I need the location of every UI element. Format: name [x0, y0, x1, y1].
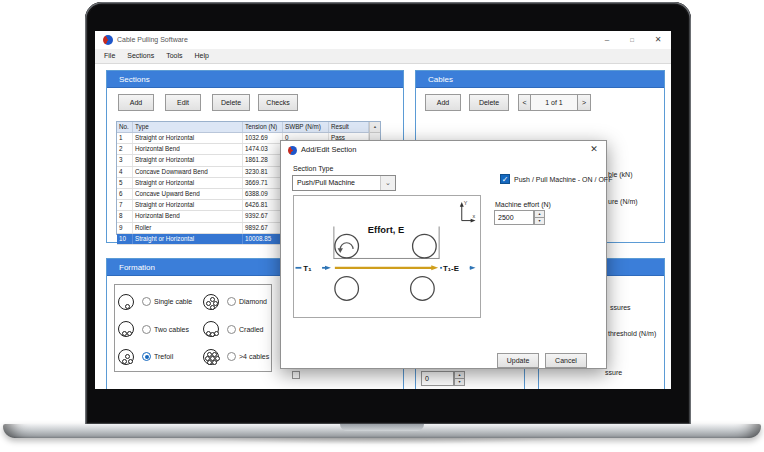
cell-type[interactable]: Straight or Horizontal	[133, 200, 243, 210]
cell-type[interactable]: Straight or Horizontal	[133, 178, 243, 188]
delete-cable-button[interactable]: Delete	[469, 94, 509, 111]
cell-tension[interactable]: 10008.85	[243, 234, 283, 244]
menu-tools[interactable]: Tools	[160, 49, 188, 63]
section-type-label: Section Type	[293, 165, 333, 172]
formation-option-label: Trefoil	[154, 353, 173, 360]
threshold-spinner-buttons[interactable]: ▴ ▾	[454, 371, 465, 386]
cell-type[interactable]: Concave Upward Bend	[133, 189, 243, 199]
cell-type[interactable]: Straight or Horizontal	[133, 155, 243, 165]
spin-up-icon[interactable]: ▴	[454, 371, 465, 379]
laptop-base	[3, 424, 761, 438]
cell-tension[interactable]: 1032.69	[243, 133, 283, 143]
maximize-button[interactable]: □	[624, 31, 640, 49]
spin-down-icon[interactable]: ▾	[534, 218, 545, 226]
formation-icon	[203, 294, 219, 310]
formation-radio-button[interactable]	[227, 352, 236, 361]
minimize-button[interactable]: –	[599, 31, 615, 49]
formation-option[interactable]: Single cable	[118, 288, 203, 315]
formation-radio-button[interactable]	[227, 297, 236, 306]
cell-type[interactable]: Straight or Horizontal	[133, 234, 243, 244]
cell-tension[interactable]: 6388.09	[243, 189, 283, 199]
edit-section-button[interactable]: Edit	[165, 94, 201, 111]
cell-no[interactable]: 7	[117, 200, 133, 210]
formation-radio-button[interactable]	[227, 325, 236, 334]
cable-dot	[125, 304, 130, 309]
cable-pager-label: 1 of 1	[530, 94, 578, 111]
section-type-dropdown[interactable]: Push/Pull Machine ⌄	[292, 175, 396, 191]
spin-down-icon[interactable]: ▾	[454, 379, 465, 387]
cell-no[interactable]: 4	[117, 167, 133, 177]
cell-no[interactable]: 1	[117, 133, 133, 143]
cell-tension[interactable]: 1861.28	[243, 155, 283, 165]
cables-panel-header: Cables	[416, 71, 664, 88]
cell-type[interactable]: Roller	[133, 223, 243, 233]
cable-next-button[interactable]: >	[577, 94, 591, 111]
cable-dot	[125, 354, 130, 359]
cable-dot	[127, 331, 132, 336]
cell-tension[interactable]: 9392.67	[243, 211, 283, 221]
cell-no[interactable]: 5	[117, 178, 133, 188]
cell-tension[interactable]: 3669.71	[243, 178, 283, 188]
formation-radio-button[interactable]	[142, 325, 151, 334]
cell-tension[interactable]: 6426.81	[243, 200, 283, 210]
threshold-spinner-input[interactable]: 0	[421, 371, 454, 386]
menu-file[interactable]: File	[98, 49, 121, 63]
t1-label: T₁	[303, 264, 311, 273]
formation-radio-button[interactable]	[142, 297, 151, 306]
formation-option[interactable]: Cradled	[203, 316, 271, 343]
update-button[interactable]: Update	[497, 353, 539, 368]
cancel-button[interactable]: Cancel	[545, 353, 587, 368]
cell-no[interactable]: 10	[117, 234, 133, 244]
cell-tension[interactable]: 9892.67	[243, 223, 283, 233]
threshold-label-fragment: threshold (N/m)	[608, 330, 656, 337]
close-button[interactable]: ✕	[650, 31, 666, 49]
sections-panel-header: Sections	[107, 71, 403, 88]
window-titlebar: Cable Pulling Software – □ ✕	[95, 31, 671, 49]
cable-dot	[122, 359, 127, 364]
spin-up-icon[interactable]: ▴	[534, 210, 545, 218]
formation-option[interactable]: Two cables	[118, 316, 203, 343]
cell-type[interactable]: Horizontal Bend	[133, 211, 243, 221]
bottom-roller-right	[411, 277, 435, 301]
cables-panel-title: Cables	[428, 75, 453, 84]
cell-no[interactable]: 8	[117, 211, 133, 221]
dialog-close-icon[interactable]: ✕	[586, 141, 602, 157]
formation-option[interactable]: >4 cables	[203, 343, 271, 370]
delete-section-button[interactable]: Delete	[212, 94, 250, 111]
push-pull-checkbox[interactable]: ✓	[500, 174, 510, 184]
window-title: Cable Pulling Software	[117, 31, 188, 49]
pressure-nm-label-fragment: ure (N/m)	[608, 198, 638, 205]
formation-option-label: Diamond	[239, 298, 267, 305]
col-tension: Tension (N)	[243, 122, 283, 132]
top-roller-right	[413, 234, 437, 258]
unchecked-checkbox-fragment[interactable]	[292, 371, 300, 379]
app-logo-icon	[103, 35, 113, 45]
add-cable-button[interactable]: Add	[425, 94, 461, 111]
push-pull-checkbox-label: Push / Pull Machine - ON / OFF	[514, 176, 612, 183]
cell-type[interactable]: Concave Downward Bend	[133, 167, 243, 177]
cell-no[interactable]: 6	[117, 189, 133, 199]
axis-x-label: x	[473, 213, 476, 219]
cable-dot	[212, 360, 217, 365]
formation-icon	[203, 349, 219, 365]
cell-no[interactable]: 9	[117, 223, 133, 233]
formation-option-label: Two cables	[154, 326, 189, 333]
machine-effort-spinner-buttons[interactable]: ▴ ▾	[534, 210, 545, 225]
add-section-button[interactable]: Add	[118, 94, 154, 111]
menu-help[interactable]: Help	[188, 49, 214, 63]
menu-sections[interactable]: Sections	[121, 49, 160, 63]
cell-tension[interactable]: 3230.81	[243, 167, 283, 177]
cell-no[interactable]: 2	[117, 144, 133, 154]
formation-option[interactable]: Trefoil	[118, 343, 203, 370]
scroll-up-icon[interactable]: ▲	[370, 122, 380, 133]
machine-effort-input[interactable]: 2500	[494, 210, 534, 225]
laptop-screen: Cable Pulling Software – □ ✕ File Sectio…	[95, 31, 671, 389]
cell-type[interactable]: Straight or Horizontal	[133, 133, 243, 143]
checks-button[interactable]: Checks	[258, 94, 298, 111]
cell-type[interactable]: Horizontal Bend	[133, 144, 243, 154]
formation-option[interactable]: Diamond	[203, 288, 271, 315]
cell-tension[interactable]: 1474.03	[243, 144, 283, 154]
cell-no[interactable]: 3	[117, 155, 133, 165]
dropdown-arrow-icon[interactable]: ⌄	[380, 176, 395, 190]
formation-radio-button[interactable]	[142, 352, 151, 361]
